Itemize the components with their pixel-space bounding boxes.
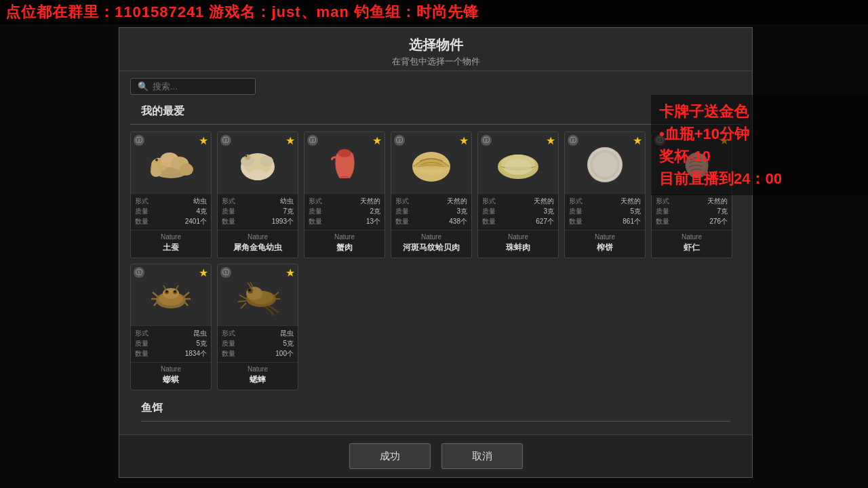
fishbait-section-divider	[141, 421, 730, 422]
favorites-section-header: 我的最爱	[130, 102, 741, 125]
item-name-2: 犀角金龟幼虫	[222, 242, 294, 253]
item-category-7: Nature	[656, 233, 728, 241]
dialog-header: 选择物件 在背包中选择一个物件	[119, 28, 752, 71]
item-info-btn-5[interactable]: ⓘ	[481, 135, 492, 146]
overlay-line-2: •血瓶+10分钟	[659, 123, 860, 145]
item-star-1: ★	[199, 134, 208, 147]
item-footer-2: Nature 犀角金龟幼虫	[218, 230, 298, 258]
chat-text: 点位都在群里：1101587241 游戏名：just、man 钓鱼组：时尚先锋	[5, 2, 479, 22]
item-card-cricket[interactable]: ⓘ ★	[217, 264, 298, 390]
item-name-4: 河斑马纹蛤贝肉	[395, 242, 467, 253]
svg-point-28	[165, 290, 167, 292]
svg-point-14	[245, 155, 247, 157]
svg-point-11	[260, 156, 273, 167]
item-category-1: Nature	[135, 233, 207, 241]
item-stats-3: 形式天然的 质量2克 数量13个	[304, 193, 384, 230]
item-name-8: 蟛蜞	[135, 374, 207, 386]
item-card-crabmeat[interactable]: ⓘ ★ 形式天然的 质量2克 数量13个	[304, 131, 385, 258]
cancel-button[interactable]: 取消	[441, 443, 523, 469]
svg-point-4	[180, 163, 193, 176]
dialog-footer: 成功 取消	[119, 434, 752, 477]
item-category-6: Nature	[569, 233, 641, 241]
item-star-4: ★	[459, 134, 469, 147]
item-footer-4: Nature 河斑马纹蛤贝肉	[391, 230, 471, 258]
item-stats-7: 形式天然的 质量7克 数量276个	[652, 193, 732, 230]
search-icon: 🔍	[138, 81, 149, 92]
item-image-8	[144, 271, 198, 319]
chat-bar: 点位都在群里：1101587241 游戏名：just、man 钓鱼组：时尚先锋	[0, 0, 868, 24]
svg-point-35	[248, 289, 251, 291]
item-card-top-3: ⓘ ★	[304, 132, 384, 193]
confirm-button[interactable]: 成功	[349, 443, 431, 469]
item-footer-8: Nature 蟛蜞	[131, 362, 211, 390]
item-info-btn-2[interactable]: ⓘ	[220, 135, 231, 146]
item-category-5: Nature	[482, 233, 554, 241]
item-info-btn-6[interactable]: ⓘ	[568, 135, 578, 146]
overlay-line-1: 卡牌子送金色	[659, 100, 860, 123]
svg-point-19	[505, 159, 532, 175]
item-card-top-8: ⓘ ★	[131, 264, 211, 325]
search-input[interactable]	[153, 81, 241, 92]
item-card-clammeat[interactable]: ⓘ ★ 形式天然的 质量3克	[391, 131, 472, 258]
item-star-6: ★	[633, 134, 642, 147]
item-image-9	[231, 271, 285, 319]
item-card-rhinobeetle[interactable]: ⓘ ★ 形式幼虫	[217, 131, 298, 258]
item-name-5: 珠蚌肉	[482, 242, 554, 253]
item-info-btn-9[interactable]: ⓘ	[220, 267, 231, 278]
item-info-btn-8[interactable]: ⓘ	[134, 267, 144, 278]
item-footer-7: Nature 虾仁	[652, 230, 732, 258]
item-stats-5: 形式天然的 质量3克 数量627个	[478, 193, 558, 230]
item-star-2: ★	[285, 134, 295, 147]
svg-point-26	[163, 288, 179, 299]
item-card-tucan[interactable]: ⓘ ★	[130, 131, 212, 258]
svg-point-6	[155, 158, 161, 165]
item-card-oilcake[interactable]: ⓘ ★ 形式天然的 质量5克 数量861个	[564, 131, 646, 258]
item-image-4	[404, 139, 458, 186]
item-stats-4: 形式天然的 质量3克 数量438个	[391, 193, 471, 230]
svg-point-23	[593, 152, 617, 177]
item-card-top-4: ⓘ ★	[391, 132, 471, 193]
item-category-3: Nature	[309, 233, 380, 241]
item-footer-3: Nature 蟹肉	[304, 230, 384, 258]
item-image-2	[231, 139, 285, 186]
svg-point-7	[155, 159, 158, 161]
item-card-top-2: ⓘ ★	[218, 132, 298, 193]
favorites-grid: ⓘ ★	[130, 131, 741, 390]
item-card-pearlmussle[interactable]: ⓘ ★ 形式天然的 质量3克 数量627个	[477, 131, 559, 258]
overlay-line-4: 目前直播到24：00	[659, 167, 860, 190]
item-stats-8: 形式昆虫 质量5克 数量1834个	[131, 325, 211, 362]
item-image-3	[317, 139, 372, 186]
item-footer-9: Nature 蟋蟀	[218, 362, 298, 390]
fishbait-section-header: 鱼饵	[130, 397, 741, 418]
item-name-6: 榨饼	[569, 242, 641, 253]
item-image-1	[144, 139, 198, 186]
svg-point-12	[250, 169, 266, 180]
item-footer-5: Nature 珠蚌肉	[478, 230, 558, 258]
dialog-title: 选择物件	[125, 36, 747, 54]
item-image-6	[578, 139, 632, 186]
right-overlay: 卡牌子送金色 •血瓶+10分钟 奖杯-10 目前直播到24：00	[651, 95, 868, 195]
item-name-9: 蟋蟀	[222, 374, 294, 386]
item-card-top-5: ⓘ ★	[478, 132, 558, 193]
item-star-3: ★	[372, 134, 382, 147]
svg-point-5	[151, 166, 161, 177]
item-card-pangqi[interactable]: ⓘ ★	[130, 264, 212, 390]
item-card-top-1: ⓘ ★	[131, 132, 211, 193]
item-category-8: Nature	[135, 365, 207, 373]
search-input-wrap[interactable]: 🔍	[130, 78, 256, 95]
item-card-top-9: ⓘ ★	[218, 264, 298, 325]
svg-point-15	[338, 149, 351, 157]
item-info-btn-4[interactable]: ⓘ	[394, 135, 405, 146]
item-footer-6: Nature 榨饼	[565, 230, 645, 258]
item-image-5	[491, 139, 545, 186]
item-info-btn-1[interactable]: ⓘ	[134, 135, 144, 146]
item-category-9: Nature	[222, 365, 294, 373]
item-footer-1: Nature 土蚕	[131, 230, 211, 258]
dialog-subtitle: 在背包中选择一个物件	[125, 56, 747, 68]
item-category-2: Nature	[222, 233, 294, 241]
item-info-btn-3[interactable]: ⓘ	[307, 135, 318, 146]
item-stats-2: 形式幼虫 质量7克 数量1993个	[218, 193, 298, 230]
item-star-8: ★	[199, 266, 208, 279]
item-name-3: 蟹肉	[309, 242, 380, 253]
item-stats-1: 形式幼虫 质量4克 数量2401个	[131, 193, 211, 230]
